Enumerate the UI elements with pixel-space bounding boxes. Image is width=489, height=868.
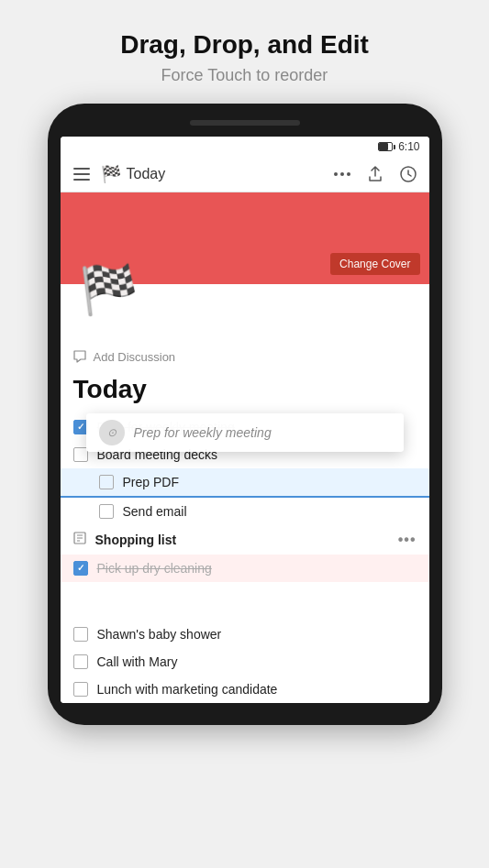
task-item[interactable]: Call with Mary: [73, 648, 417, 676]
flag-container: 🏁: [61, 284, 429, 339]
task-label: Shopping list: [95, 533, 389, 547]
battery-icon: [378, 142, 393, 151]
status-bar: 6:10: [61, 137, 429, 157]
task-item[interactable]: Board meeting decks: [73, 441, 417, 468]
more-button[interactable]: [332, 164, 352, 184]
add-discussion-button[interactable]: Add Discussion: [73, 346, 417, 371]
section-more-button[interactable]: •••: [398, 532, 417, 548]
flag-icon: 🏁: [101, 164, 121, 184]
task-checkbox[interactable]: [73, 627, 88, 642]
main-content: Add Discussion Today Prep for weekly mee…: [61, 339, 429, 703]
task-checkbox[interactable]: [99, 475, 114, 489]
phone-screen: 6:10 🏁 Today: [61, 137, 429, 703]
menu-button[interactable]: [72, 164, 92, 184]
list-name-label: Today: [127, 166, 166, 182]
svg-rect-0: [73, 168, 90, 170]
app-bar-actions: [332, 164, 418, 184]
app-bar: 🏁 Today: [61, 157, 429, 192]
promo-header: Drag, Drop, and Edit Force Touch to reor…: [102, 0, 387, 104]
task-checkbox[interactable]: [99, 504, 114, 519]
subtask-item[interactable]: Send email: [73, 498, 417, 525]
task-item[interactable]: Lunch with marketing candidate: [73, 676, 417, 703]
task-label: Board meeting decks: [97, 447, 417, 462]
section-item[interactable]: Shopping list •••: [73, 525, 417, 555]
task-label: Pick up dry cleaning: [97, 561, 417, 576]
change-cover-button[interactable]: Change Cover: [330, 253, 419, 275]
phone-speaker: [190, 120, 300, 126]
svg-point-5: [347, 172, 350, 176]
tasks-container: Prep for weekly meeting Board meeting de…: [73, 413, 417, 703]
flag-emoji-icon: 🏁: [79, 266, 139, 313]
task-checkbox[interactable]: [73, 447, 88, 462]
svg-rect-2: [73, 179, 90, 181]
subtask-item[interactable]: Prep PDF: [61, 468, 429, 496]
promo-title: Drag, Drop, and Edit: [120, 29, 369, 60]
svg-rect-1: [73, 173, 90, 175]
add-discussion-label: Add Discussion: [94, 350, 176, 364]
clock-button[interactable]: [398, 164, 418, 184]
app-bar-title: 🏁 Today: [101, 164, 323, 184]
list-title: Today: [73, 371, 417, 413]
share-button[interactable]: [365, 164, 385, 184]
task-label: Call with Mary: [97, 654, 417, 669]
task-label: Lunch with marketing candidate: [97, 682, 417, 697]
status-time: 6:10: [398, 140, 419, 153]
task-label: Prep PDF: [123, 475, 417, 489]
task-checkbox[interactable]: [73, 420, 88, 434]
task-label: Shawn's baby shower: [97, 627, 417, 642]
task-item[interactable]: Prep for weekly meeting: [73, 413, 417, 441]
task-checkbox[interactable]: [73, 561, 88, 576]
promo-subtitle: Force Touch to reorder: [120, 66, 369, 85]
task-label: Prep for weekly meeting: [97, 420, 417, 434]
svg-point-4: [340, 172, 344, 176]
task-item[interactable]: Pick up dry cleaning: [61, 555, 429, 582]
task-label: Send email: [123, 504, 417, 519]
task-checkbox[interactable]: [73, 682, 88, 697]
phone-frame: 6:10 🏁 Today: [48, 104, 442, 725]
task-checkbox[interactable]: [73, 654, 88, 669]
svg-point-3: [334, 172, 338, 176]
task-item[interactable]: Shawn's baby shower: [73, 621, 417, 648]
section-icon: [73, 532, 86, 547]
